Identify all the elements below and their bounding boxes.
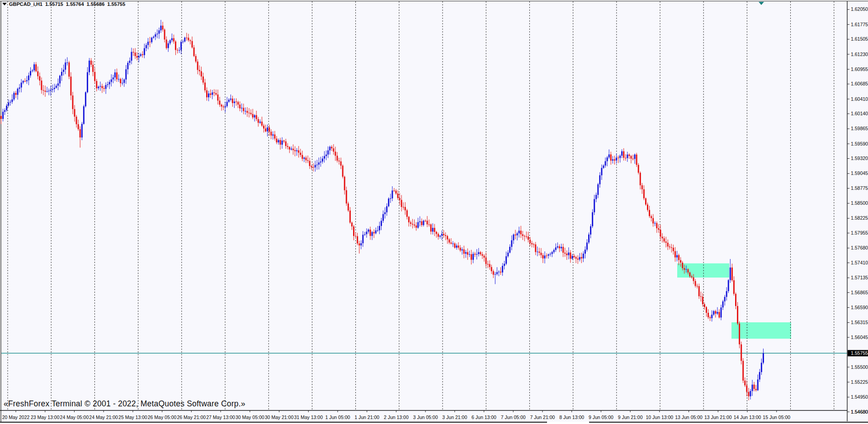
- price-tick-label: 1.58225: [851, 215, 868, 221]
- candle-bear: [344, 177, 345, 190]
- candle-bear: [274, 134, 275, 138]
- supply-zone-rect[interactable]: [677, 264, 729, 278]
- candle-bear: [540, 253, 542, 255]
- candle-bull: [63, 70, 64, 72]
- candle-bear: [292, 149, 294, 150]
- candle-bear: [175, 42, 176, 50]
- price-tick-label: 1.60410: [851, 96, 868, 102]
- candle-bear: [427, 221, 428, 224]
- candle-bear: [189, 40, 191, 41]
- candle-bull: [114, 72, 116, 77]
- candle-bull: [654, 223, 656, 223]
- candle-bull: [621, 151, 623, 156]
- candle-bull: [619, 156, 621, 158]
- candle-bear: [300, 153, 301, 155]
- candle-bear: [307, 160, 308, 161]
- candle-bear: [718, 312, 720, 317]
- candle-bear: [742, 361, 744, 381]
- candle-bull: [32, 71, 33, 71]
- candle-bear: [45, 91, 46, 92]
- bottom-panel-border-left-segment: [0, 422, 547, 423]
- candle-bear: [166, 39, 167, 48]
- time-tick-label: 26 May 21:00: [177, 415, 206, 420]
- candle-bear: [581, 257, 582, 259]
- candle-bear: [577, 259, 579, 259]
- candle-bear: [346, 190, 347, 203]
- demand-zone-rect[interactable]: [731, 322, 791, 339]
- candle-bear: [632, 159, 634, 159]
- candle-bear: [302, 155, 303, 159]
- candle-bear: [566, 254, 567, 255]
- time-tick-label: 7 Jun 05:00: [501, 415, 526, 420]
- candle-bull: [713, 311, 714, 315]
- candle-bear: [78, 124, 79, 129]
- candle-bear: [656, 223, 657, 228]
- candle-bear: [704, 304, 705, 307]
- candle-bull: [595, 195, 597, 199]
- candle-bull: [66, 62, 68, 63]
- time-tick-label: 20 May 2022: [2, 415, 30, 420]
- candle-bull: [21, 83, 22, 88]
- candle-bull: [234, 102, 235, 103]
- candle-bear: [623, 151, 624, 158]
- candle-bear: [538, 252, 540, 253]
- price-tick-label: 1.57410: [851, 260, 868, 265]
- symbol-dropdown-icon[interactable]: [2, 3, 7, 5]
- candle-bear: [421, 221, 422, 225]
- candle-bear: [700, 296, 702, 297]
- candle-bear: [203, 76, 204, 82]
- candle-bear: [744, 381, 745, 385]
- candle-bear: [524, 236, 525, 236]
- candle-bear: [96, 81, 97, 88]
- price-tick-label: 1.57955: [851, 230, 868, 236]
- candle-bull: [296, 151, 297, 151]
- candle-bear: [706, 307, 707, 313]
- time-tick-label: 26 May 05:00: [148, 415, 177, 420]
- candle-bull: [89, 61, 90, 72]
- candle-bear: [217, 94, 218, 100]
- price-tick-label: 1.59045: [851, 170, 868, 176]
- time-tick-label: 15 Jun 05:00: [763, 415, 790, 420]
- candle-bull: [65, 62, 66, 70]
- candle-bull: [728, 280, 729, 291]
- candle-bull: [555, 247, 557, 250]
- candle-bear: [673, 248, 674, 251]
- candle-bull: [364, 234, 365, 235]
- candle-bear: [533, 244, 534, 245]
- candle-bull: [601, 168, 602, 175]
- candle-bull: [146, 45, 147, 48]
- candle-bull: [30, 71, 31, 75]
- ohlc-close-value: 1.55755: [107, 1, 125, 7]
- candle-bear: [201, 71, 202, 77]
- candle-bull: [98, 87, 99, 89]
- chart-surface[interactable]: [1, 1, 847, 410]
- candle-bear: [135, 52, 136, 56]
- candle-bull: [568, 253, 569, 255]
- candle-bear: [261, 122, 263, 126]
- candle-bear: [625, 158, 626, 158]
- time-tick-label: 13 Jun 21:00: [704, 415, 732, 420]
- candle-bull: [711, 315, 712, 318]
- candle-bear: [687, 269, 689, 272]
- candlestick-chart[interactable]: 1.620501.617751.615051.612301.609551.606…: [0, 0, 868, 424]
- candle-bear: [359, 243, 360, 245]
- candle-bull: [318, 162, 320, 165]
- candle-bull: [156, 33, 158, 34]
- candle-bull: [230, 99, 231, 99]
- price-tick-label: 1.56315: [851, 320, 868, 325]
- candle-bull: [730, 268, 731, 280]
- candle-bear: [691, 276, 693, 277]
- candle-bull: [452, 244, 453, 244]
- price-tick-label: 1.61775: [851, 22, 868, 27]
- candle-bear: [669, 246, 670, 247]
- candle-bear: [412, 224, 413, 225]
- candle-bull: [168, 43, 169, 48]
- price-tick-label: 1.54950: [851, 394, 868, 400]
- candle-bull: [226, 102, 228, 106]
- price-tick-label: 1.56865: [851, 290, 868, 295]
- candle-bear: [250, 113, 252, 114]
- candle-bear: [614, 159, 615, 160]
- candle-bull: [184, 38, 185, 42]
- candle-bear: [474, 254, 476, 254]
- candle-bull: [81, 124, 83, 137]
